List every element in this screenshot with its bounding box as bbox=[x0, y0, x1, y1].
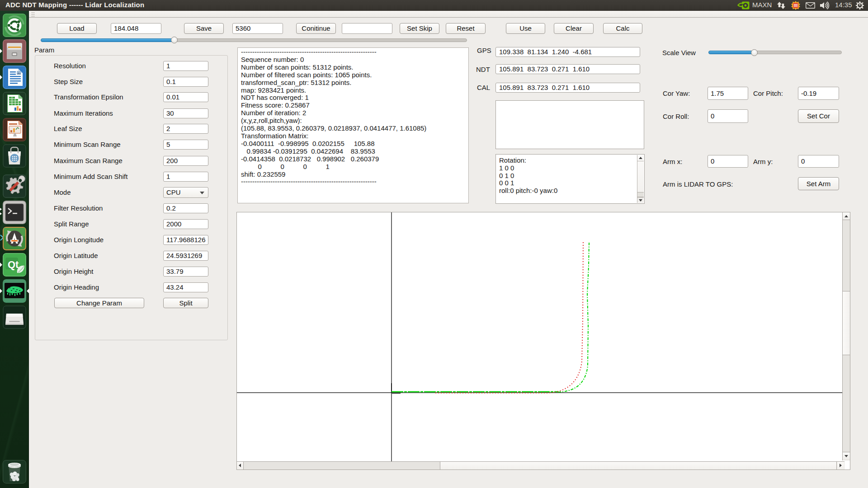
svg-text:Qt: Qt bbox=[8, 259, 19, 270]
